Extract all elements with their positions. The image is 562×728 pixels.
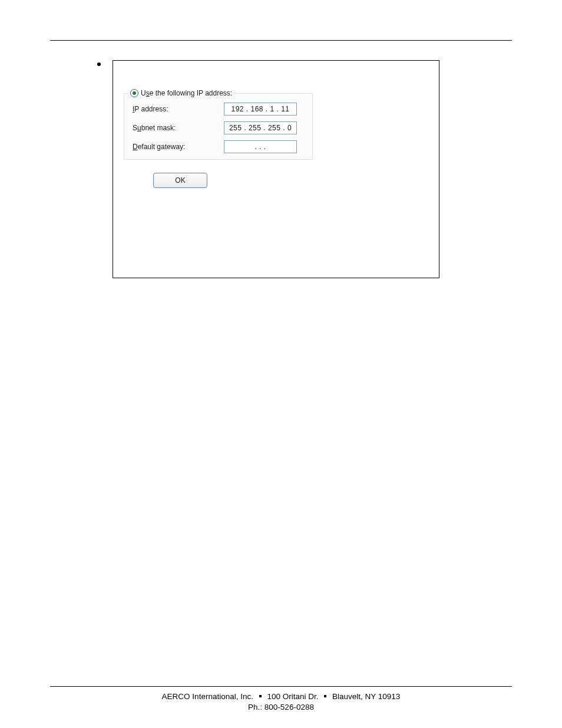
mnemonic-underline: u xyxy=(137,124,141,132)
label-seg: efault gateway: xyxy=(138,143,186,151)
default-gateway-label: Default gateway: xyxy=(133,143,224,151)
use-following-ip-label: Use the following IP address: xyxy=(141,89,234,97)
footer-address: 100 Oritani Dr. xyxy=(267,692,318,701)
group-top: Use the following IP address: xyxy=(124,89,312,97)
bullet-icon xyxy=(97,62,101,66)
subnet-mask-field[interactable]: 255 . 255 . 255 . 0 xyxy=(224,121,297,134)
footer-company: AERCO International, Inc. xyxy=(162,692,253,701)
footer-city: Blauvelt, NY 10913 xyxy=(332,692,400,701)
footer-line-1: AERCO International, Inc. 100 Oritani Dr… xyxy=(0,691,562,702)
ip-address-label: IP address: xyxy=(133,105,224,113)
ok-button[interactable]: OK xyxy=(153,173,207,188)
label-seg: S xyxy=(133,124,137,132)
group-border-seg xyxy=(124,93,129,94)
default-gateway-row: Default gateway: . . . xyxy=(133,140,306,153)
default-gateway-field[interactable]: . . . xyxy=(224,140,297,153)
footer-rule xyxy=(50,686,512,687)
ip-address-row: IP address: 192 . 168 . 1 . 11 xyxy=(133,103,306,116)
use-following-ip-radio[interactable] xyxy=(130,89,138,97)
label-seg: e the following IP address: xyxy=(150,89,233,97)
label-seg: P address: xyxy=(134,105,168,113)
label-seg: U xyxy=(141,89,146,97)
page-body: Use the following IP address: IP address… xyxy=(65,59,497,278)
bullet-row: Use the following IP address: IP address… xyxy=(97,59,497,278)
footer-line-2: Ph.: 800-526-0288 xyxy=(0,702,562,713)
label-seg: bnet mask: xyxy=(141,124,176,132)
radio-dot-icon xyxy=(133,91,136,95)
dot-separator-icon xyxy=(259,695,262,697)
subnet-mask-row: Subnet mask: 255 . 255 . 255 . 0 xyxy=(133,121,306,134)
footer-phone: Ph.: 800-526-0288 xyxy=(248,703,314,711)
figure-box: Use the following IP address: IP address… xyxy=(113,60,439,278)
footer-text: AERCO International, Inc. 100 Oritani Dr… xyxy=(0,691,562,713)
subnet-mask-label: Subnet mask: xyxy=(133,124,224,132)
mnemonic-underline: D xyxy=(133,143,138,151)
group-border-seg xyxy=(234,93,312,94)
page-header-rule xyxy=(50,12,512,41)
dot-separator-icon xyxy=(324,695,326,697)
ip-address-field[interactable]: 192 . 168 . 1 . 11 xyxy=(224,103,297,116)
ip-settings-group: Use the following IP address: IP address… xyxy=(124,93,313,160)
